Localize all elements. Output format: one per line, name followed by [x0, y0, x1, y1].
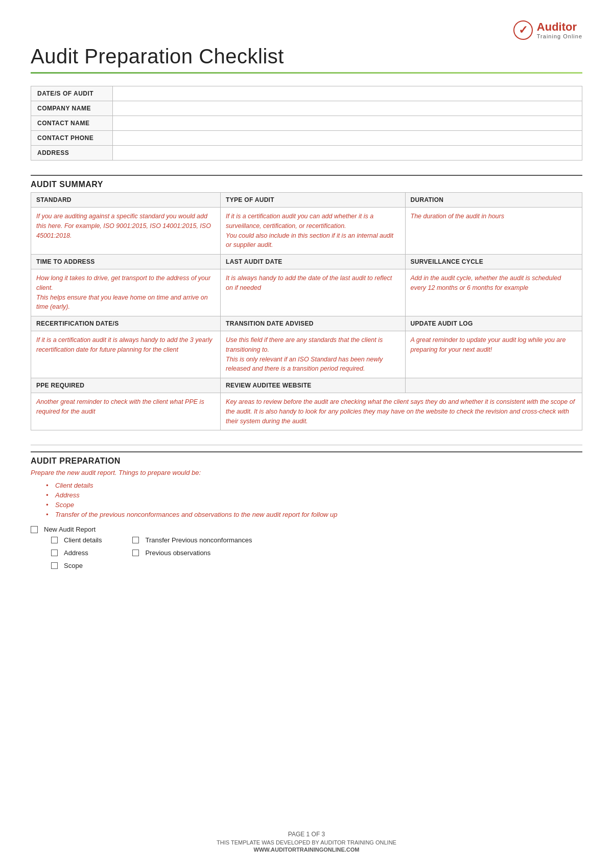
sub-checklist-row-left: Address	[51, 549, 102, 557]
page-number: PAGE 1 OF 3	[0, 831, 613, 838]
info-row: DATE/S OF AUDIT	[31, 86, 582, 101]
summary-sub-header	[405, 378, 582, 393]
summary-cell: The duration of the audit in hours	[405, 208, 582, 255]
brand-a: A	[537, 20, 545, 33]
sub-label: Client details	[64, 536, 102, 544]
summary-cell: If it is a certification audit it is alw…	[31, 331, 221, 378]
bullet-item: Scope	[46, 501, 582, 509]
sub-col-left: Client detailsAddressScope	[51, 536, 102, 572]
sub-col-right: Transfer Previous nonconformancesPreviou…	[132, 536, 252, 572]
summary-sub-header: PPE REQUIRED	[31, 378, 221, 393]
brand-name: Auditor	[537, 21, 582, 33]
title-underline	[31, 72, 582, 74]
summary-sub-header: REVIEW AUDITEE WEBSITE	[221, 378, 405, 393]
page-footer: PAGE 1 OF 3 THIS TEMPLATE WAS DEVELOPED …	[0, 831, 613, 853]
info-row: ADDRESS	[31, 146, 582, 161]
summary-cell: If you are auditing against a specific s…	[31, 208, 221, 255]
bullet-item: Transfer of the previous nonconformances…	[46, 511, 582, 518]
logo-icon: ✓	[513, 20, 533, 40]
page-title: Audit Preparation Checklist	[31, 45, 582, 68]
main-label: New Audit Report	[44, 526, 96, 533]
summary-sub-header: TRANSITION DATE ADVISED	[221, 316, 405, 331]
info-value	[113, 146, 582, 161]
logo-box: ✓ Auditor Training Online	[513, 20, 582, 40]
summary-cell: How long it takes to drive, get transpor…	[31, 269, 221, 316]
summary-sub-header: TIME TO ADDRESS	[31, 255, 221, 269]
section-divider	[31, 445, 582, 445]
audit-summary-header: AUDIT SUMMARY	[31, 175, 582, 192]
bullet-item: Address	[46, 491, 582, 499]
info-label: ADDRESS	[31, 146, 113, 161]
info-row: COMPANY NAME	[31, 101, 582, 116]
info-label: COMPANY NAME	[31, 101, 113, 116]
checklist-main-row: New Audit Report	[31, 526, 582, 533]
sub-checkbox[interactable]	[51, 562, 58, 569]
summary-col-header: DURATION	[405, 193, 582, 208]
sub-checklist-row-left: Scope	[51, 562, 102, 569]
sub-checklist-row-left: Client details	[51, 536, 102, 544]
footer-url: WWW.AUDITORTRAININGONLINE.COM	[0, 847, 613, 853]
info-label: DATE/S OF AUDIT	[31, 86, 113, 101]
main-checkbox[interactable]	[31, 526, 38, 533]
sub-checklist-row-right: Previous observations	[132, 549, 252, 557]
info-label: CONTACT NAME	[31, 116, 113, 131]
summary-cell: Add in the audit cycle, whether the audi…	[405, 269, 582, 316]
summary-sub-header: RECERTIFICATION DATE/S	[31, 316, 221, 331]
summary-cell-wide-1: Another great reminder to check with the…	[31, 393, 221, 430]
summary-cell: If it is a certification audit you can a…	[221, 208, 405, 255]
sub-checklist-two-col: Client detailsAddressScope Transfer Prev…	[51, 536, 582, 572]
sub-label: Scope	[64, 562, 83, 569]
sub-checkbox[interactable]	[132, 550, 139, 556]
sub-checkbox[interactable]	[51, 550, 58, 556]
info-value	[113, 101, 582, 116]
summary-cell-wide-2: Key areas to review before the audit are…	[221, 393, 582, 430]
summary-sub-header: LAST AUDIT DATE	[221, 255, 405, 269]
info-label: CONTACT PHONE	[31, 131, 113, 146]
audit-prep-intro: Prepare the new audit report. Things to …	[31, 469, 582, 476]
summary-cell: Use this field if there are any standard…	[221, 331, 405, 378]
info-row: CONTACT PHONE	[31, 131, 582, 146]
sub-checkbox[interactable]	[132, 537, 139, 543]
audit-prep-header: AUDIT PREPARATION	[31, 451, 582, 469]
bullet-list: Client detailsAddressScopeTransfer of th…	[46, 482, 582, 518]
info-value	[113, 131, 582, 146]
summary-col-header: STANDARD	[31, 193, 221, 208]
summary-table: STANDARDTYPE OF AUDITDURATION If you are…	[31, 192, 582, 430]
summary-sub-header: UPDATE AUDIT LOG	[405, 316, 582, 331]
info-row: CONTACT NAME	[31, 116, 582, 131]
brand-sub: Training Online	[537, 33, 582, 39]
sub-label: Address	[64, 549, 88, 557]
footer-dev-text: THIS TEMPLATE WAS DEVELOPED BY AUDITOR T…	[0, 839, 613, 846]
sub-label: Previous observations	[145, 549, 210, 557]
sub-checklist-row-right: Transfer Previous nonconformances	[132, 536, 252, 544]
checklist-area: New Audit Report Client detailsAddressSc…	[31, 526, 582, 572]
svg-text:✓: ✓	[518, 24, 528, 36]
sub-label: Transfer Previous nonconformances	[145, 536, 252, 544]
logo-area: ✓ Auditor Training Online	[31, 20, 582, 40]
sub-checkbox[interactable]	[51, 537, 58, 543]
summary-cell: A great reminder to update your audit lo…	[405, 331, 582, 378]
summary-sub-header: SURVEILLANCE CYCLE	[405, 255, 582, 269]
logo-text: Auditor Training Online	[537, 21, 582, 39]
audit-preparation-section: AUDIT PREPARATION Prepare the new audit …	[31, 451, 582, 572]
info-value	[113, 116, 582, 131]
info-table: DATE/S OF AUDITCOMPANY NAMECONTACT NAMEC…	[31, 86, 582, 161]
bullet-item: Client details	[46, 482, 582, 489]
summary-cell: It is always handy to add the date of th…	[221, 269, 405, 316]
info-value	[113, 86, 582, 101]
summary-col-header: TYPE OF AUDIT	[221, 193, 405, 208]
